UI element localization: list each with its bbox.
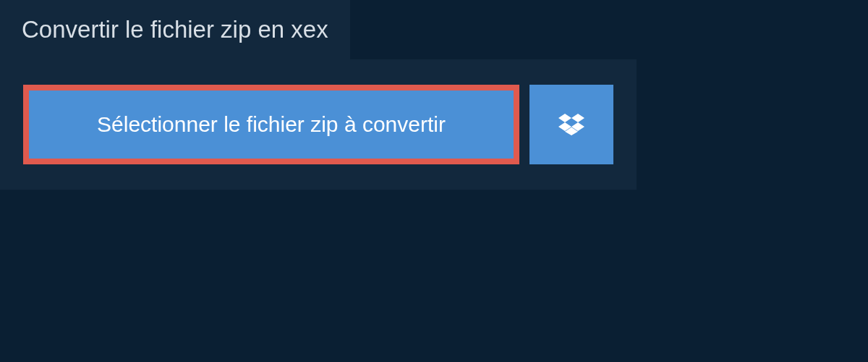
file-select-panel: Sélectionner le fichier zip à convertir xyxy=(0,59,637,190)
dropbox-icon xyxy=(558,111,584,138)
select-file-button[interactable]: Sélectionner le fichier zip à convertir xyxy=(23,85,519,164)
header-tab: Convertir le fichier zip en xex xyxy=(0,0,350,59)
select-file-label: Sélectionner le fichier zip à convertir xyxy=(97,112,446,137)
dropbox-button[interactable] xyxy=(529,85,613,164)
page-title: Convertir le fichier zip en xex xyxy=(22,16,328,43)
